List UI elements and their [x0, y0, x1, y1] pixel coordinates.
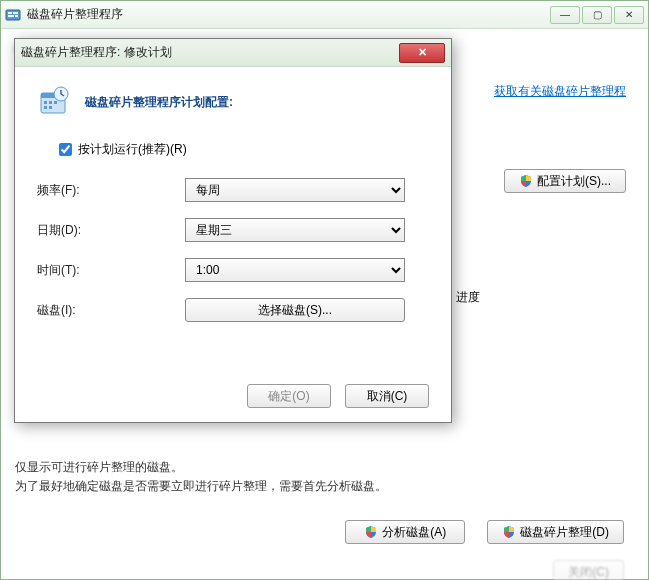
- run-on-schedule-checkbox[interactable]: [59, 143, 72, 156]
- defrag-disk-label: 磁盘碎片整理(D): [520, 524, 609, 541]
- ok-label: 确定(O): [268, 388, 309, 405]
- time-row: 时间(T): 1:00: [37, 258, 429, 282]
- shield-icon: [519, 174, 533, 188]
- svg-rect-3: [8, 15, 14, 17]
- frequency-row: 频率(F): 每周: [37, 178, 429, 202]
- svg-rect-1: [8, 12, 12, 14]
- hint-text: 仅显示可进行碎片整理的磁盘。 为了最好地确定磁盘是否需要立即进行碎片整理，需要首…: [15, 458, 634, 496]
- shield-icon: [502, 525, 516, 539]
- ok-button[interactable]: 确定(O): [247, 384, 331, 408]
- main-close-label: 关闭(C): [568, 564, 609, 580]
- dialog-body: 磁盘碎片整理程序计划配置: 按计划运行(推荐)(R) 频率(F): 每周 日期(…: [15, 67, 451, 352]
- hint-line-2: 为了最好地确定磁盘是否需要立即进行碎片整理，需要首先分析磁盘。: [15, 477, 634, 496]
- analyze-disk-label: 分析磁盘(A): [382, 524, 446, 541]
- bottom-buttons: 分析磁盘(A) 磁盘碎片整理(D): [15, 520, 634, 544]
- shield-icon: [364, 525, 378, 539]
- defrag-disk-button[interactable]: 磁盘碎片整理(D): [487, 520, 624, 544]
- main-close-button[interactable]: 关闭(C): [553, 560, 624, 580]
- cancel-label: 取消(C): [367, 388, 408, 405]
- dialog-title: 磁盘碎片整理程序: 修改计划: [21, 44, 399, 61]
- defrag-icon: [5, 7, 21, 23]
- hint-line-1: 仅显示可进行碎片整理的磁盘。: [15, 458, 634, 477]
- frequency-label: 频率(F):: [37, 182, 185, 199]
- time-select[interactable]: 1:00: [185, 258, 405, 282]
- frequency-select[interactable]: 每周: [185, 178, 405, 202]
- svg-rect-8: [44, 101, 47, 104]
- main-titlebar: 磁盘碎片整理程序 — ▢ ✕: [1, 1, 648, 29]
- svg-rect-11: [44, 106, 47, 109]
- analyze-disk-button[interactable]: 分析磁盘(A): [345, 520, 465, 544]
- help-link[interactable]: 获取有关磁盘碎片整理程: [494, 83, 626, 100]
- day-row: 日期(D): 星期三: [37, 218, 429, 242]
- time-label: 时间(T):: [37, 262, 185, 279]
- select-disk-button[interactable]: 选择磁盘(S)...: [185, 298, 405, 322]
- configure-schedule-label: 配置计划(S)...: [537, 173, 611, 190]
- cancel-button[interactable]: 取消(C): [345, 384, 429, 408]
- run-on-schedule-row: 按计划运行(推荐)(R): [59, 141, 429, 158]
- calendar-clock-icon: [37, 85, 71, 119]
- maximize-button[interactable]: ▢: [582, 6, 612, 24]
- window-controls: — ▢ ✕: [550, 6, 644, 24]
- svg-rect-10: [54, 101, 57, 104]
- minimize-button[interactable]: —: [550, 6, 580, 24]
- disk-label: 磁盘(I):: [37, 302, 185, 319]
- run-on-schedule-label: 按计划运行(推荐)(R): [78, 141, 187, 158]
- dialog-footer: 确定(O) 取消(C): [247, 384, 429, 408]
- modify-schedule-dialog: 磁盘碎片整理程序: 修改计划 ✕ 磁盘碎片整理程序计划配置: 按计划运行(推荐)…: [14, 38, 452, 423]
- disk-row: 磁盘(I): 选择磁盘(S)...: [37, 298, 429, 322]
- day-label: 日期(D):: [37, 222, 185, 239]
- close-button[interactable]: ✕: [614, 6, 644, 24]
- configure-schedule-button[interactable]: 配置计划(S)...: [504, 169, 626, 193]
- svg-rect-9: [49, 101, 52, 104]
- dialog-header-text: 磁盘碎片整理程序计划配置:: [85, 94, 233, 111]
- svg-rect-2: [13, 12, 18, 14]
- close-row: 关闭(C): [15, 560, 634, 580]
- svg-rect-4: [15, 15, 18, 17]
- day-select[interactable]: 星期三: [185, 218, 405, 242]
- svg-rect-12: [49, 106, 52, 109]
- main-title: 磁盘碎片整理程序: [27, 6, 550, 23]
- select-disk-label: 选择磁盘(S)...: [258, 302, 332, 319]
- progress-label: 进度: [456, 289, 626, 306]
- dialog-header: 磁盘碎片整理程序计划配置:: [37, 85, 429, 119]
- dialog-close-button[interactable]: ✕: [399, 43, 445, 63]
- dialog-titlebar: 磁盘碎片整理程序: 修改计划 ✕: [15, 39, 451, 67]
